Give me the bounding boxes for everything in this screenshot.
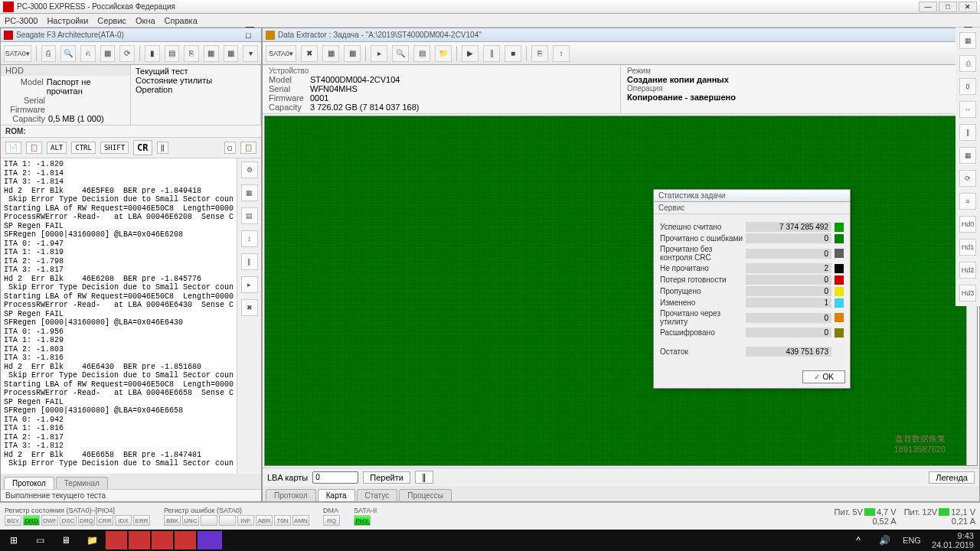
minimize-button[interactable]: —: [919, 2, 937, 12]
menu-item[interactable]: Окна: [136, 16, 155, 25]
ctrl-btn[interactable]: 📋: [26, 142, 42, 154]
pane-max[interactable]: □: [246, 31, 258, 40]
taskview-button[interactable]: ▭: [28, 531, 52, 549]
alt-key[interactable]: ALT: [47, 142, 67, 154]
stat-label: Расшифровано: [660, 328, 746, 337]
menu-item[interactable]: Настройки: [47, 16, 88, 25]
tb-btn[interactable]: ▦: [322, 45, 339, 62]
sector-map[interactable]: [264, 116, 978, 466]
rsb-btn[interactable]: 0: [959, 78, 976, 95]
tab-status[interactable]: Cтатус: [357, 489, 398, 501]
app-icon[interactable]: [175, 531, 196, 549]
lba-input[interactable]: [312, 471, 358, 484]
tb-btn[interactable]: ⎘: [531, 45, 548, 62]
tray-icon[interactable]: 🔊: [872, 531, 897, 549]
tb-btn[interactable]: ⟳: [119, 45, 135, 62]
cr-key[interactable]: CR: [133, 140, 152, 155]
tb-btn[interactable]: ✖: [301, 45, 318, 62]
rsb-btn[interactable]: ⎙: [959, 55, 976, 72]
sata-selector[interactable]: SATA0▾: [266, 45, 296, 62]
tb-btn[interactable]: ▤: [413, 45, 430, 62]
stat-value: 1: [746, 298, 831, 308]
tb-btn[interactable]: 📁: [435, 45, 452, 62]
rsb-btn[interactable]: ≡: [959, 193, 976, 210]
reg-cell: CRR: [96, 515, 113, 526]
app-icon[interactable]: [152, 531, 173, 549]
pause-btn[interactable]: ‖: [157, 142, 168, 154]
goto-button[interactable]: Перейти: [363, 471, 410, 484]
app-icon[interactable]: [198, 531, 222, 549]
app-icon[interactable]: [129, 531, 150, 549]
play-btn[interactable]: ▶: [462, 45, 479, 62]
tb-btn[interactable]: ↕: [553, 45, 570, 62]
right-toolbar: SATA0▾ ✖ ▦ ▦ ▸ 🔍 ▤ 📁 ▶ ‖ ■ ⎘ ↕: [263, 42, 979, 65]
stat-label: Пропущено: [660, 287, 746, 295]
tb-btn[interactable]: ▦: [224, 45, 239, 62]
sb-btn[interactable]: ✖: [241, 299, 258, 316]
sb-btn[interactable]: ↕: [241, 230, 258, 247]
maximize-button[interactable]: □: [939, 2, 957, 12]
right-sidebar: ▦ ⎙ 0 ↔ ‖ ▦ ⟳ ≡ Hd0 Hd1 Hd2 Hd3: [956, 28, 980, 306]
tb-btn[interactable]: 🔍: [60, 45, 76, 62]
tb-btn[interactable]: ⎘: [184, 45, 199, 62]
tab-processes[interactable]: Процессы: [399, 489, 452, 501]
tab-protocol[interactable]: Протокол: [266, 489, 316, 501]
ctrl-btn[interactable]: ▢: [224, 142, 236, 154]
menu-item[interactable]: Сервис: [97, 16, 126, 25]
tb-btn[interactable]: ▦: [344, 45, 361, 62]
tb-btn[interactable]: 🔍: [392, 45, 409, 62]
rsb-btn[interactable]: ▦: [959, 147, 976, 164]
ok-button[interactable]: OK: [802, 370, 845, 383]
legend-button[interactable]: Легенда: [929, 471, 975, 484]
rsb-hd3[interactable]: Hd3: [959, 285, 976, 302]
ctrl-key[interactable]: CTRL: [71, 142, 96, 154]
sb-btn[interactable]: ▸: [241, 276, 258, 293]
dialog-service[interactable]: Сервис: [654, 202, 850, 214]
shift-key[interactable]: SHIFT: [100, 142, 129, 154]
start-button[interactable]: ⊞: [2, 531, 26, 549]
close-button[interactable]: ✕: [959, 2, 977, 12]
tb-btn[interactable]: ▤: [165, 45, 180, 62]
pane-min[interactable]: —: [246, 21, 258, 31]
rsb-btn[interactable]: ⟳: [959, 170, 976, 187]
reg-cell: BSY: [5, 515, 21, 526]
tb-btn[interactable]: ▦: [100, 45, 116, 62]
explorer-icon[interactable]: 🖥: [54, 531, 78, 549]
sb-btn[interactable]: ▤: [241, 207, 258, 224]
stat-value: 0: [746, 328, 831, 337]
ctrl-btn[interactable]: 📋: [240, 142, 256, 154]
tb-btn[interactable]: ▮: [145, 45, 160, 62]
terminal-log[interactable]: ITA 1: -1.820 ITA 2: -1.814 ITA 3: -1.81…: [1, 158, 237, 474]
folder-icon[interactable]: 📁: [80, 531, 104, 549]
reg-cell: DSC: [60, 515, 77, 526]
tb-btn[interactable]: ⎙: [41, 45, 57, 62]
rsb-hd2[interactable]: Hd2: [959, 262, 976, 279]
stop-btn[interactable]: ■: [505, 45, 521, 62]
tab-map[interactable]: Карта: [318, 489, 355, 501]
sata-selector[interactable]: SATA0▾: [4, 45, 31, 62]
tab-protocol[interactable]: Протокол: [4, 477, 54, 489]
sb-btn[interactable]: ⚙: [241, 161, 258, 178]
tb-btn[interactable]: ▦: [204, 45, 219, 62]
rsb-btn[interactable]: ▦: [959, 32, 976, 49]
menu-item[interactable]: Справка: [165, 16, 198, 25]
tb-btn[interactable]: ⎌: [80, 45, 96, 62]
sb-btn[interactable]: ▦: [241, 184, 258, 201]
reg-cell: AMN: [292, 515, 309, 526]
pause-btn[interactable]: ‖: [483, 45, 500, 62]
rsb-hd0[interactable]: Hd0: [959, 216, 976, 233]
app-icon[interactable]: [106, 531, 127, 549]
rsb-btn[interactable]: ↔: [959, 101, 976, 118]
color-swatch: [835, 234, 844, 243]
menu-item[interactable]: PC-3000: [5, 16, 38, 25]
stat-label: Успешно считано: [660, 223, 746, 231]
sb-btn[interactable]: ‖: [241, 253, 258, 270]
ctrl-btn[interactable]: 📄: [5, 142, 21, 154]
tb-btn[interactable]: ▸: [371, 45, 387, 62]
rsb-btn[interactable]: ‖: [959, 124, 976, 141]
tab-terminal[interactable]: Терминал: [56, 477, 108, 489]
rsb-hd1[interactable]: Hd1: [959, 239, 976, 256]
tray-icon[interactable]: ^: [846, 531, 871, 549]
tb-btn[interactable]: ▾: [243, 45, 258, 62]
pause-button[interactable]: ‖: [415, 471, 433, 484]
